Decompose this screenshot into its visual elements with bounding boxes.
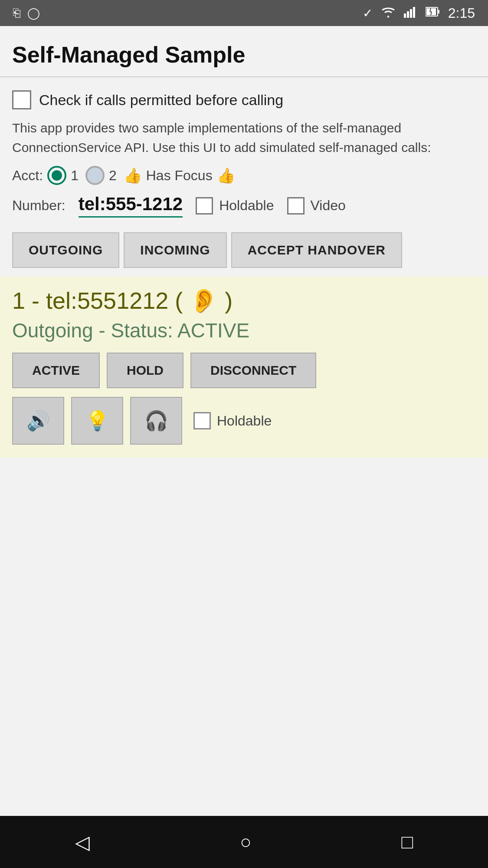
call-controls-row: ACTIVE HOLD DISCONNECT [12,353,476,388]
account-2-number: 2 [109,168,117,184]
check-permission-row: Check if calls permitted before calling [0,86,488,114]
svg-rect-5 [438,10,439,13]
check-permission-label: Check if calls permitted before calling [39,92,283,109]
account-1-number: 1 [71,168,79,184]
account-1-radio[interactable] [47,166,66,185]
video-checkbox[interactable] [287,197,305,215]
page-title: Self-Managed Sample [0,26,488,76]
account-row: Acct: 1 2 👍 Has Focus 👍 [0,166,488,194]
speaker-button[interactable]: 🔊 [12,397,64,445]
app-content: Self-Managed Sample Check if calls permi… [0,26,488,816]
incoming-button[interactable]: INCOMING [124,232,226,268]
holdable-card-checkbox[interactable] [193,412,211,429]
battery-icon [426,6,440,20]
headphones-button[interactable]: 🎧 [130,397,182,445]
svg-rect-1 [407,11,409,18]
hold-button[interactable]: HOLD [107,353,183,388]
svg-rect-3 [413,7,415,18]
bluetooth-icon: ✓ [363,6,373,20]
video-label: Video [311,198,346,214]
call-number: 1 - tel:5551212 ( 👂 ) [12,287,476,314]
status-bar-left: ⎗ ◯ [13,6,40,20]
status-time: 2:15 [448,5,475,21]
headphones-icon: 🎧 [144,409,168,432]
speaker-icon: 🔊 [26,409,50,432]
check-permission-checkbox[interactable] [12,90,31,109]
svg-rect-0 [404,13,406,18]
account-2-radio[interactable] [85,166,105,185]
holdable-checkbox[interactable] [196,197,213,215]
number-label: Number: [12,198,66,214]
account-1-radio-inner [52,170,62,181]
disconnect-button[interactable]: DISCONNECT [190,353,316,388]
wifi-icon [380,6,396,21]
status-bar: ⎗ ◯ ✓ [0,0,488,26]
holdable-label: Holdable [219,198,274,214]
active-button[interactable]: ACTIVE [12,353,100,388]
call-card: 1 - tel:5551212 ( 👂 ) Outgoing - Status:… [0,277,488,458]
outgoing-button[interactable]: OUTGOING [12,232,119,268]
account-label: Acct: [12,168,43,184]
thumbs-up-2-icon: 👍 [217,167,235,184]
voicemail-icon: ⎗ [13,6,20,20]
action-buttons-row: OUTGOING INCOMING ACCEPT HANDOVER [0,228,488,268]
holdable-section: Holdable [196,197,274,215]
bulb-icon: 💡 [85,409,109,432]
bulb-button[interactable]: 💡 [71,397,123,445]
has-focus-label: Has Focus [146,168,213,184]
icon-buttons-row: 🔊 💡 🎧 Holdable [12,397,476,445]
signal-icon [404,6,418,21]
holdable-card-label: Holdable [217,413,272,429]
title-divider [0,76,488,77]
number-row: Number: tel:555-1212 Holdable Video [0,194,488,228]
thumbs-up-icon: 👍 [124,167,142,184]
back-button[interactable]: ◁ [75,831,90,853]
description-text: This app provides two sample implementat… [0,114,488,166]
home-button[interactable]: ○ [240,831,252,853]
account-2-radio-inner [91,171,99,180]
status-bar-right: ✓ 2:15 [363,5,475,21]
video-section: Video [287,197,346,215]
svg-rect-2 [410,9,412,18]
number-value: tel:555-1212 [79,194,183,218]
navigation-bar: ◁ ○ □ [0,816,488,868]
recent-button[interactable]: □ [401,831,413,853]
sync-icon: ◯ [27,7,40,20]
accept-handover-button[interactable]: ACCEPT HANDOVER [231,232,402,268]
call-status: Outgoing - Status: ACTIVE [12,319,476,342]
holdable-check-section: Holdable [193,412,272,429]
